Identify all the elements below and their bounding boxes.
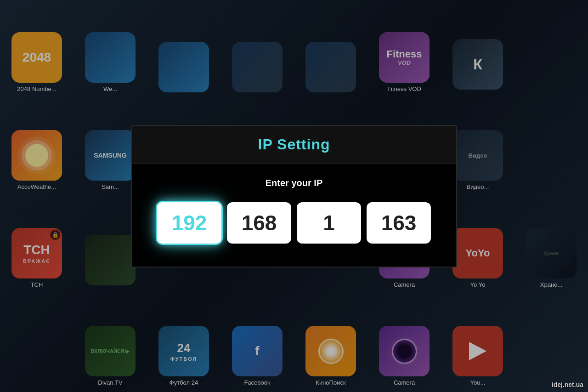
ip-field-1[interactable]: 168	[227, 202, 291, 244]
ip-field-0[interactable]: 192	[157, 202, 221, 244]
dialog-title: IP Setting	[258, 136, 330, 153]
ip-setting-dialog: IP Setting Enter your IP 192 168 1 163	[131, 125, 457, 267]
ip-field-3[interactable]: 163	[367, 202, 431, 244]
ip-field-2[interactable]: 1	[297, 202, 361, 244]
dialog-header: IP Setting	[132, 126, 456, 164]
dialog-overlay: IP Setting Enter your IP 192 168 1 163	[0, 0, 588, 392]
ip-fields-container: 192 168 1 163	[157, 202, 431, 244]
dialog-subtitle: Enter your IP	[266, 178, 322, 188]
dialog-body: Enter your IP 192 168 1 163	[132, 164, 456, 267]
watermark: idej.net.ua	[552, 381, 583, 388]
